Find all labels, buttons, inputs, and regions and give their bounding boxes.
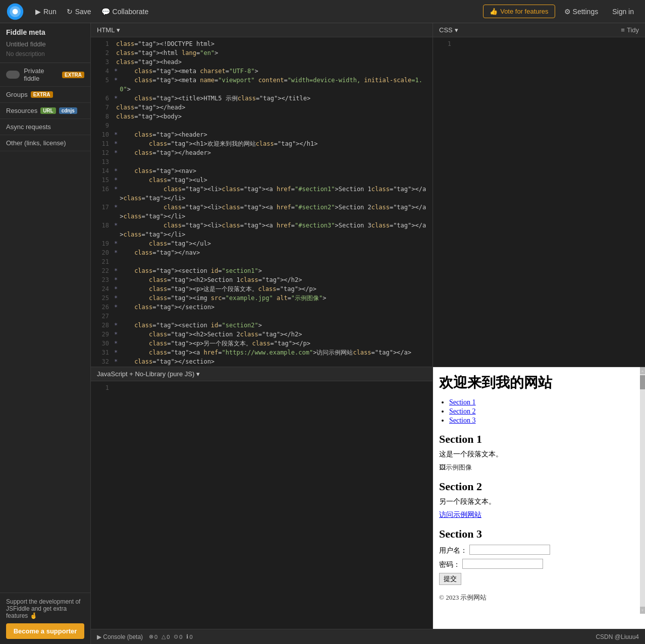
section2-paragraph: 另一个段落文本。 — [439, 497, 635, 506]
vote-button[interactable]: 👍 Vote for features — [483, 5, 555, 18]
scroll-down-arrow[interactable]: ▼ — [640, 607, 645, 614]
html-line-25: 25* class="tag"><img src="example.jpg" a… — [91, 294, 433, 303]
preview-footer: © 2023 示例网站 — [439, 593, 635, 602]
support-button[interactable]: Become a supporter — [6, 623, 84, 639]
html-line-4: 4* class="tag"><meta charset="UTF-8"> — [91, 67, 433, 76]
console-label: ▶ Console (beta) — [97, 633, 143, 640]
sidebar-item-resources[interactable]: Resources URL cdnjs — [0, 103, 90, 119]
js-dropdown-icon: ▾ — [196, 370, 200, 378]
css-editor-header[interactable]: CSS ▾ ≡ Tidy — [433, 23, 645, 37]
content-area: HTML ▾ 1 class="tag"><!DOCTYPE html>2 cl… — [91, 23, 645, 644]
section1-paragraph: 这是一个段落文本。 — [439, 450, 635, 459]
signin-button[interactable]: Sign in — [607, 5, 639, 19]
settings-icon: ⚙ — [564, 8, 571, 16]
html-line-5: 5* class="tag"><meta name="viewport" con… — [91, 76, 433, 94]
bottom-row: JavaScript + No-Library (pure JS) ▾ 1 ▲ … — [91, 367, 645, 629]
html-line-16: 16* class="tag"><li>class="tag"><a href=… — [91, 185, 433, 203]
scroll-up-arrow[interactable]: ▲ — [640, 367, 645, 374]
fiddle-name-input[interactable] — [6, 40, 84, 48]
settings-button[interactable]: ⚙ Settings — [559, 5, 604, 19]
submit-button[interactable]: 提交 — [439, 573, 461, 585]
nav-link-1[interactable]: Section 1 — [449, 398, 476, 406]
preview-section-2: Section 2 另一个段落文本。 访问示例网站 — [439, 480, 635, 519]
js-label: JavaScript + No-Library (pure JS) — [97, 370, 194, 378]
preview-panel: ▲ ▼ 欢迎来到我的网站 Section 1 Section 2 Section… — [433, 367, 645, 629]
html-line-10: 10* class="tag"><header> — [91, 130, 433, 139]
scroll-thumb[interactable] — [640, 375, 645, 389]
section1-heading: Section 1 — [439, 433, 635, 446]
js-line-1: 1 — [91, 383, 433, 392]
html-line-17: 17* class="tag"><li>class="tag"><a href=… — [91, 203, 433, 221]
html-line-14: 14* class="tag"><nav> — [91, 166, 433, 175]
log-icon: ⊙ — [174, 633, 178, 640]
js-editor-content[interactable]: 1 — [91, 381, 433, 629]
css-editor-content[interactable]: 1 — [433, 37, 645, 367]
section2-link[interactable]: 访问示例网站 — [439, 511, 481, 518]
preview-scrollbar[interactable]: ▲ ▼ — [640, 367, 645, 614]
html-line-26: 26* class="tag"></section> — [91, 303, 433, 312]
preview-heading: 欢迎来到我的网站 — [439, 373, 635, 392]
private-toggle[interactable] — [6, 71, 20, 79]
nav-link-2[interactable]: Section 2 — [449, 407, 476, 415]
html-line-29: 29* class="tag"><h2>Section 2class="tag"… — [91, 330, 433, 339]
console-bar: ▶ Console (beta) ⊗ 0 △ 0 ⊙ 0 ℹ 0 — [91, 629, 645, 644]
console-log-btn[interactable]: ⊙ 0 — [174, 633, 182, 640]
console-label-text: Console (beta) — [103, 633, 143, 640]
html-line-20: 20* class="tag"></nav> — [91, 248, 433, 257]
sidebar-item-other[interactable]: Other (links, license) — [0, 135, 90, 151]
groups-badge: EXTRA — [31, 91, 53, 98]
error-count: 0 — [154, 634, 157, 640]
other-label: Other (links, license) — [6, 139, 66, 147]
html-label-dropdown[interactable]: HTML ▾ — [97, 26, 120, 34]
settings-label: Settings — [573, 8, 599, 16]
section1-image: 示例图像 — [439, 463, 635, 472]
css-editor: CSS ▾ ≡ Tidy 1 — [433, 23, 645, 367]
html-editor-content[interactable]: 1 class="tag"><!DOCTYPE html>2 class="ta… — [91, 37, 433, 367]
nav-link-3[interactable]: Section 3 — [449, 417, 476, 424]
save-icon: ↻ — [67, 8, 73, 16]
tidy-button[interactable]: ≡ Tidy — [621, 26, 639, 34]
sidebar-item-async[interactable]: Async requests — [0, 119, 90, 135]
html-line-3: 3 class="tag"><head> — [91, 57, 433, 67]
nav-item-1: Section 1 — [449, 398, 635, 406]
html-line-18: 18* class="tag"><li>class="tag"><a href=… — [91, 221, 433, 239]
html-line-28: 28* class="tag"><section id="section2"> — [91, 321, 433, 330]
console-warning-btn[interactable]: △ 0 — [162, 633, 170, 640]
password-input[interactable] — [462, 559, 543, 569]
html-line-31: 31* class="tag"><a href="https://www.exa… — [91, 348, 433, 357]
tidy-icon: ≡ — [621, 26, 625, 34]
save-label: Save — [75, 8, 91, 16]
preview-content: 欢迎来到我的网站 Section 1 Section 2 Section 3 S… — [433, 367, 645, 629]
html-line-1: 1 class="tag"><!DOCTYPE html> — [91, 39, 433, 48]
js-editor-header[interactable]: JavaScript + No-Library (pure JS) ▾ — [91, 367, 433, 381]
html-line-13: 13 — [91, 157, 433, 166]
preview-nav: Section 1 Section 2 Section 3 — [439, 398, 635, 425]
html-line-21: 21 — [91, 257, 433, 266]
sidebar: Fiddle meta No description Private fiddl… — [0, 23, 91, 644]
html-line-30: 30* class="tag"><p>另一个段落文本。class="tag"><… — [91, 339, 433, 348]
html-line-12: 12* class="tag"></header> — [91, 148, 433, 157]
fiddle-meta-section: Fiddle meta No description — [0, 23, 90, 63]
groups-label: Groups — [6, 91, 28, 98]
collaborate-icon: 💬 — [101, 8, 110, 16]
support-text: Support the development of JSFiddle and … — [6, 598, 84, 619]
console-error-btn[interactable]: ⊗ 0 — [149, 633, 157, 640]
html-line-8: 8 class="tag"><body> — [91, 112, 433, 121]
css-label-dropdown[interactable]: CSS ▾ — [439, 26, 458, 34]
console-info-btn[interactable]: ℹ 0 — [186, 633, 192, 640]
username-label: 用户名： — [439, 546, 467, 555]
fiddle-meta-title: Fiddle meta — [6, 28, 84, 36]
html-editor-header[interactable]: HTML ▾ — [91, 23, 433, 37]
run-icon: ▶ — [35, 8, 41, 16]
run-button[interactable]: ▶ Run — [30, 5, 62, 19]
html-line-19: 19* class="tag"></ul> — [91, 239, 433, 248]
logo[interactable] — [6, 3, 24, 21]
save-button[interactable]: ↻ Save — [62, 5, 96, 19]
css-dropdown-icon: ▾ — [455, 26, 458, 34]
preview-section-1: Section 1 这是一个段落文本。 示例图像 — [439, 433, 635, 472]
username-input[interactable] — [469, 545, 550, 555]
collaborate-button[interactable]: 💬 Collaborate — [96, 5, 154, 19]
sidebar-item-groups[interactable]: Groups EXTRA — [0, 87, 90, 103]
private-label: Private fiddle — [24, 67, 58, 82]
html-line-6: 6* class="tag"><title>HTML5 示例class="tag… — [91, 94, 433, 103]
